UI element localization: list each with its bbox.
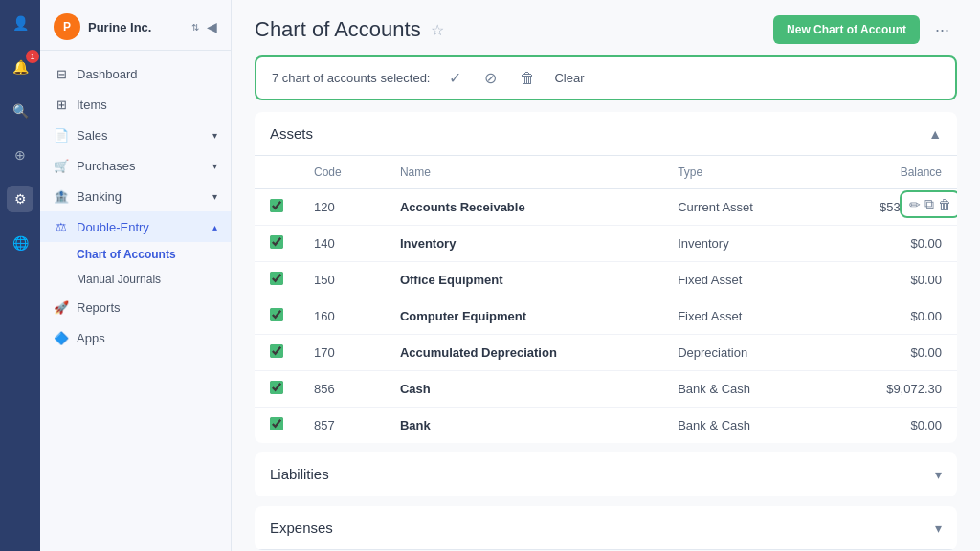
assets-section-title: Assets [270,125,313,142]
more-options-button[interactable]: ··· [927,16,957,44]
sidebar-nav: ⊟ Dashboard ⊞ Items 📄 Sales ▾ 🛒 Purchase… [40,51,231,551]
row-type: Bank & Cash [662,371,819,408]
sidebar-items-label: Items [77,98,107,112]
search-icon[interactable]: 🔍 [7,98,33,124]
company-chevron-icon[interactable]: ⇅ [191,22,199,33]
row-checkbox-cell[interactable] [255,371,299,408]
table-row: 160 Computer Equipment Fixed Asset $0.00 [255,298,957,335]
page-title: Chart of Accounts [255,17,421,42]
clear-selection-button[interactable]: Clear [554,71,584,85]
copy-row-button[interactable]: ⧉ [924,196,934,212]
activate-selected-button[interactable]: ✓ [445,67,465,89]
apps-icon: 🔷 [54,330,69,345]
selection-bar: 7 chart of accounts selected: ✓ ⊘ 🗑 Clea… [255,55,957,100]
selection-count-text: 7 chart of accounts selected: [272,71,430,85]
delete-row-button[interactable]: 🗑 [938,197,951,212]
row-checkbox[interactable] [270,381,283,394]
row-checkbox[interactable] [270,417,283,430]
sidebar-header: P Purine Inc. ⇅ ◀ [40,0,231,51]
main-header: Chart of Accounts ☆ New Chart of Account… [232,0,980,55]
row-checkbox[interactable] [270,308,283,321]
expenses-section-header[interactable]: Expenses ▾ [255,506,957,550]
select-all-header [255,156,299,189]
table-row: 857 Bank Bank & Cash $0.00 [255,408,957,444]
expenses-section-title: Expenses [270,519,333,536]
assets-table: Code Name Type Balance 120 Accounts Rece… [255,156,957,443]
deactivate-selected-button[interactable]: ⊘ [480,67,501,89]
table-row: 140 Inventory Inventory $0.00 [255,226,957,262]
assets-section-header[interactable]: Assets ▲ [255,112,957,156]
edit-row-button[interactable]: ✏ [909,197,921,212]
favorite-star-icon[interactable]: ☆ [431,21,444,39]
row-checkbox[interactable] [270,235,283,249]
sidebar-banking-label: Banking [77,189,122,204]
content-area: Assets ▲ Code Name Type Balance 120 [232,112,980,551]
balance-column-header: Balance [819,156,957,189]
profile-icon[interactable]: 👤 [7,10,33,36]
row-name: Accounts Receivable [385,189,662,226]
liabilities-section-title: Liabilities [270,466,329,482]
items-icon: ⊞ [54,97,69,112]
row-checkbox-cell[interactable] [255,226,299,262]
sidebar-item-dashboard[interactable]: ⊟ Dashboard [40,58,231,89]
table-row: 856 Cash Bank & Cash $9,072.30 [255,371,957,408]
sidebar-item-apps[interactable]: 🔷 Apps [40,322,231,353]
new-chart-button[interactable]: New Chart of Account [773,15,920,44]
liabilities-section: Liabilities ▾ [255,452,957,496]
row-balance: $0.00 [910,418,942,432]
row-checkbox[interactable] [270,344,283,358]
sales-icon: 📄 [54,127,69,143]
expenses-section: Expenses ▾ [255,506,957,550]
row-name: Cash [385,371,662,408]
row-balance: $0.00 [910,273,942,287]
row-code: 140 [299,226,385,262]
row-type: Inventory [662,226,819,262]
row-type: Fixed Asset [662,262,819,298]
row-checkbox-cell[interactable] [255,408,299,444]
row-checkbox[interactable] [270,199,283,212]
nav-back-icon[interactable]: ◀ [207,19,217,34]
sales-chevron-icon: ▾ [212,130,217,141]
row-name: Accumulated Depreciation [385,335,662,371]
name-column-header: Name [385,156,662,189]
liabilities-section-header[interactable]: Liabilities ▾ [255,452,957,496]
row-balance: $9,072.30 [886,382,942,396]
delete-selected-button[interactable]: 🗑 [516,68,539,89]
sidebar-item-chart-of-accounts[interactable]: Chart of Accounts [40,242,231,267]
sidebar-item-double-entry[interactable]: ⚖ Double-Entry ▴ [40,211,231,242]
page-title-area: Chart of Accounts ☆ [255,17,444,42]
sidebar-item-items[interactable]: ⊞ Items [40,89,231,120]
sidebar-dashboard-label: Dashboard [77,67,138,81]
row-balance: $0.00 [910,309,942,323]
main-content: Chart of Accounts ☆ New Chart of Account… [232,0,980,551]
settings-icon[interactable]: ⚙ [7,186,33,212]
company-logo: P [54,13,80,40]
globe-icon[interactable]: 🌐 [7,230,33,256]
row-checkbox[interactable] [270,272,283,285]
add-icon[interactable]: ⊕ [7,142,33,168]
chart-of-accounts-label: Chart of Accounts [77,248,176,261]
banking-icon: 🏦 [54,188,69,204]
purchases-chevron-icon: ▾ [212,161,217,171]
row-balance-cell: $53,345.74 ✏ ⧉ 🗑 [819,189,957,226]
row-name: Bank [385,408,662,444]
row-checkbox-cell[interactable] [255,335,299,371]
row-balance: $0.00 [910,345,942,360]
row-checkbox-cell[interactable] [255,298,299,335]
row-checkbox-cell[interactable] [255,189,299,226]
notification-icon[interactable]: 🔔 1 [7,54,33,80]
notification-badge: 1 [26,50,39,63]
sidebar-item-sales[interactable]: 📄 Sales ▾ [40,120,231,150]
sidebar-item-purchases[interactable]: 🛒 Purchases ▾ [40,150,231,181]
type-column-header: Type [662,156,819,189]
row-type: Current Asset [662,189,819,226]
row-checkbox-cell[interactable] [255,262,299,298]
double-entry-icon: ⚖ [54,219,69,234]
sidebar-item-manual-journals[interactable]: Manual Journals [40,267,231,292]
row-code: 160 [299,298,385,335]
sidebar-item-banking[interactable]: 🏦 Banking ▾ [40,181,231,211]
row-type: Depreciation [662,335,819,371]
header-actions: New Chart of Account ··· [773,15,957,44]
sidebar-item-reports[interactable]: 🚀 Reports [40,292,231,322]
sidebar-apps-label: Apps [77,331,105,345]
